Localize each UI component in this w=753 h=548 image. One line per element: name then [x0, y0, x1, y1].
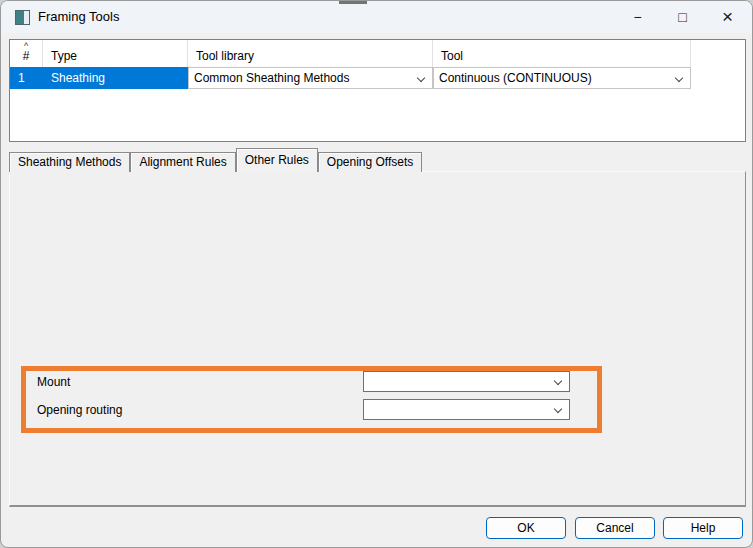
window-title: Framing Tools [38, 1, 119, 33]
other-rules-panel [9, 171, 746, 507]
chevron-down-icon [554, 377, 562, 385]
app-icon [15, 10, 30, 25]
table-row[interactable]: 1 Sheathing Common Sheathing Methods Con… [10, 67, 691, 89]
framing-tools-dialog: Framing Tools − □ × ^ # Type Tool librar… [0, 0, 753, 548]
ok-button[interactable]: OK [486, 517, 566, 539]
mount-label: Mount [37, 372, 70, 392]
row-type-cell[interactable]: Sheathing [43, 67, 188, 89]
titlebar: Framing Tools − □ × [1, 1, 752, 33]
chevron-down-icon [675, 74, 683, 82]
column-header-tool-library-label: Tool library [196, 49, 432, 63]
column-header-type-label: Type [51, 49, 187, 63]
tab-label: Other Rules [245, 153, 309, 167]
cancel-button[interactable]: Cancel [575, 517, 655, 539]
close-icon: × [722, 6, 733, 28]
opening-routing-label: Opening routing [37, 400, 122, 420]
tool-library-value: Common Sheathing Methods [194, 71, 349, 85]
maximize-icon: □ [678, 9, 686, 25]
column-header-tool-library[interactable]: Tool library [188, 40, 433, 67]
column-header-number[interactable]: ^ # [10, 40, 43, 67]
chevron-down-icon [417, 74, 425, 82]
minimize-icon: − [633, 9, 641, 25]
tool-value: Continuous (CONTINUOUS) [439, 71, 592, 85]
opening-routing-select[interactable] [363, 399, 570, 420]
tool-grid: ^ # Type Tool library Tool 1 Sheathing C… [9, 39, 746, 142]
column-header-number-label: # [23, 49, 30, 63]
maximize-button[interactable]: □ [660, 1, 705, 33]
background-window-artifact [339, 1, 367, 4]
column-header-tool[interactable]: Tool [433, 40, 691, 67]
column-header-tool-label: Tool [441, 49, 690, 63]
grid-header-row: ^ # Type Tool library Tool [10, 40, 745, 67]
tool-select[interactable]: Continuous (CONTINUOUS) [433, 67, 691, 89]
close-button[interactable]: × [705, 1, 750, 33]
window-controls: − □ × [615, 1, 750, 33]
tab-label: Opening Offsets [327, 155, 414, 169]
tab-label: Alignment Rules [139, 155, 226, 169]
tab-opening-offsets[interactable]: Opening Offsets [318, 152, 423, 172]
tool-library-select[interactable]: Common Sheathing Methods [188, 67, 433, 89]
tab-other-rules[interactable]: Other Rules [236, 148, 318, 172]
tab-label: Sheathing Methods [18, 155, 121, 169]
row-number-cell[interactable]: 1 [10, 67, 43, 89]
minimize-button[interactable]: − [615, 1, 660, 33]
chevron-down-icon [554, 405, 562, 413]
help-button[interactable]: Help [663, 517, 743, 539]
tab-bar: Sheathing Methods Alignment Rules Other … [9, 148, 422, 172]
mount-select[interactable] [363, 371, 570, 392]
column-header-type[interactable]: Type [43, 40, 188, 67]
tab-alignment-rules[interactable]: Alignment Rules [130, 152, 235, 172]
tab-sheathing-methods[interactable]: Sheathing Methods [9, 152, 130, 172]
